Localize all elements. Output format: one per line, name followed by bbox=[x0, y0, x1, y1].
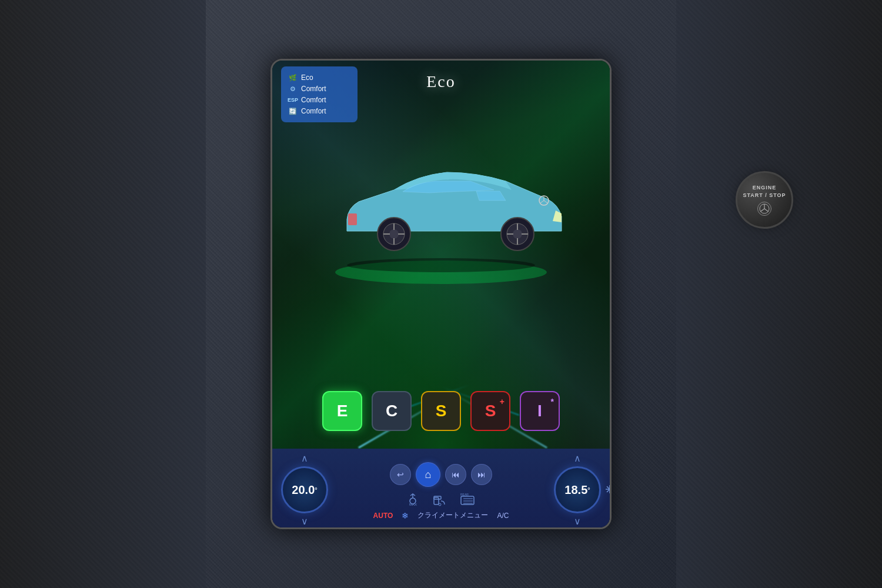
svg-point-12 bbox=[513, 229, 522, 239]
fan-icon[interactable]: ✳ bbox=[605, 483, 612, 496]
svg-point-5 bbox=[347, 258, 535, 272]
svg-point-29 bbox=[439, 503, 441, 506]
svg-text:REAR: REAR bbox=[460, 493, 469, 496]
right-temp-control: ∧ 18.5° ✳ ∨ bbox=[554, 453, 601, 527]
mode-button-c[interactable]: C bbox=[372, 391, 412, 431]
status-row-esp: ESP Comfort bbox=[288, 95, 350, 105]
climate-menu-label[interactable]: クライメートメニュー bbox=[417, 510, 488, 520]
mode-title: Eco bbox=[426, 72, 456, 91]
splus-superscript: + bbox=[500, 397, 505, 406]
mode-buttons-group: E C S S+ I* bbox=[322, 391, 560, 431]
mode-button-s[interactable]: S bbox=[421, 391, 461, 431]
prev-button[interactable]: ⏮ bbox=[445, 464, 466, 485]
climate-icons-row: MAX bbox=[406, 493, 476, 507]
mode-button-e[interactable]: E bbox=[322, 391, 362, 431]
left-temp-dial[interactable]: 20.0° bbox=[281, 466, 328, 513]
right-temp-up[interactable]: ∧ bbox=[574, 453, 581, 464]
ac-label[interactable]: A/C bbox=[497, 512, 509, 520]
mode-button-individual[interactable]: I* bbox=[520, 391, 560, 431]
engine-start-button[interactable]: ENGINE START / STOP bbox=[738, 173, 791, 226]
mode-button-splus[interactable]: S+ bbox=[470, 391, 510, 431]
front-heat-icon[interactable] bbox=[432, 493, 448, 507]
svg-line-2 bbox=[760, 209, 764, 212]
screen-display: Eco 🌿 Eco ⚙ Comfort ESP Comfort bbox=[272, 61, 610, 449]
eco-icon: 🌿 bbox=[288, 73, 298, 82]
nav-row: ↩ ⌂ ⏮ ⏭ bbox=[390, 462, 492, 487]
svg-rect-27 bbox=[434, 497, 439, 505]
left-temp-value: 20.0 bbox=[292, 483, 315, 497]
svg-point-9 bbox=[389, 229, 399, 239]
eco-label: Eco bbox=[301, 74, 313, 82]
left-temp-up[interactable]: ∧ bbox=[301, 453, 308, 464]
svg-rect-6 bbox=[348, 213, 357, 225]
screen-bezel: Eco 🌿 Eco ⚙ Comfort ESP Comfort bbox=[270, 59, 612, 529]
comfort3-icon: 🔄 bbox=[288, 106, 298, 116]
status-row-comfort1: ⚙ Comfort bbox=[288, 84, 350, 93]
comfort1-icon: ⚙ bbox=[288, 84, 298, 93]
left-temp-unit: ° bbox=[315, 486, 317, 493]
svg-text:MAX: MAX bbox=[409, 503, 417, 506]
left-temp-control: ∧ 20.0° ∨ bbox=[281, 453, 328, 527]
car-svg bbox=[300, 113, 582, 290]
right-temp-dial[interactable]: 18.5° ✳ bbox=[554, 466, 601, 513]
engine-start-label-line2: START / STOP bbox=[743, 192, 786, 199]
snowflake-icon: ❄ bbox=[402, 511, 409, 520]
climate-text-row: AUTO ❄ クライメートメニュー A/C bbox=[373, 510, 509, 520]
home-button[interactable]: ⌂ bbox=[416, 462, 440, 487]
svg-line-3 bbox=[764, 209, 769, 212]
rear-heat-icon[interactable]: REAR bbox=[460, 493, 476, 507]
next-button[interactable]: ⏭ bbox=[471, 464, 492, 485]
left-temp-down[interactable]: ∨ bbox=[301, 516, 308, 527]
right-temp-unit: ° bbox=[587, 486, 590, 493]
back-button[interactable]: ↩ bbox=[390, 464, 411, 485]
esp-value-label: Comfort bbox=[301, 96, 326, 104]
climate-control-bar: ∧ 20.0° ∨ ↩ ⌂ ⏮ ⏭ bbox=[272, 449, 610, 529]
screen-container: Eco 🌿 Eco ⚙ Comfort ESP Comfort bbox=[270, 59, 612, 529]
right-temp-down[interactable]: ∨ bbox=[574, 516, 581, 527]
car-image bbox=[300, 108, 582, 296]
esp-label-icon: ESP bbox=[288, 95, 298, 105]
engine-start-label-line1: ENGINE bbox=[743, 184, 786, 192]
comfort1-label: Comfort bbox=[301, 85, 326, 93]
dashboard: ENGINE START / STOP bbox=[0, 0, 882, 588]
status-row-eco: 🌿 Eco bbox=[288, 73, 350, 82]
auto-label[interactable]: AUTO bbox=[373, 512, 393, 520]
individual-superscript: * bbox=[551, 397, 554, 406]
max-heat-icon[interactable]: MAX bbox=[406, 493, 420, 507]
right-temp-value: 18.5 bbox=[564, 483, 587, 497]
